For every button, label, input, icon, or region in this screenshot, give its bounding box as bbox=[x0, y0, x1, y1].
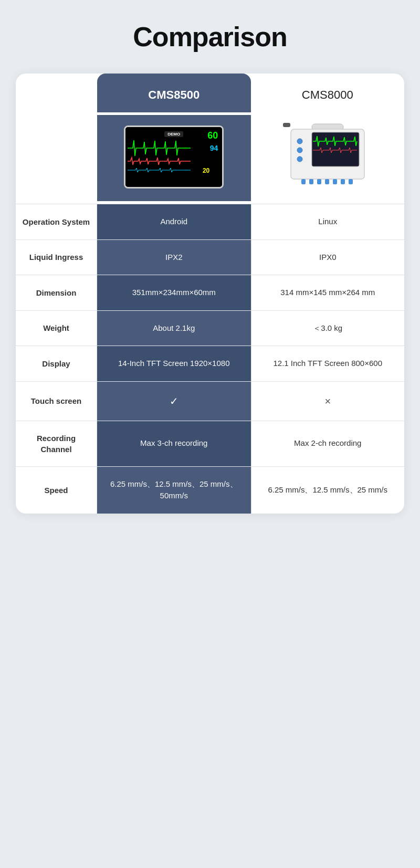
table-row: Touch screen ✓ × bbox=[16, 381, 404, 421]
row-label-recording-channel: Recording Channel bbox=[16, 421, 97, 466]
cell-cms8500-dimension: 351mm×234mm×60mm bbox=[97, 275, 251, 310]
cms8000-device-svg bbox=[283, 123, 372, 191]
cell-cms8000-operation-system: Linux bbox=[251, 204, 405, 239]
svg-rect-13 bbox=[349, 179, 353, 184]
cell-cms8500-speed: 6.25 mm/s、12.5 mm/s、25 mm/s、50mm/s bbox=[97, 467, 251, 514]
comparison-table: CMS8500 CMS8000 DEMO bbox=[16, 74, 404, 514]
page-title: Comparison bbox=[133, 21, 287, 53]
table-row: Operation System Android Linux bbox=[16, 204, 404, 239]
check-icon: ✓ bbox=[170, 393, 178, 409]
header-cms8000: CMS8000 bbox=[251, 74, 405, 112]
cell-cms8500-recording-channel: Max 3-ch recording bbox=[97, 421, 251, 466]
cell-cms8500-display: 14-Inch TFT Screen 1920×1080 bbox=[97, 346, 251, 381]
cell-cms8500-operation-system: Android bbox=[97, 204, 251, 239]
row-label-weight: Weight bbox=[16, 311, 97, 346]
image-row: DEMO 60 94 20 bbox=[16, 112, 404, 204]
num-94: 94 bbox=[210, 144, 218, 152]
cell-cms8000-dimension: 314 mm×145 mm×264 mm bbox=[251, 275, 405, 310]
cell-cms8000-liquid-ingress: IPX0 bbox=[251, 240, 405, 275]
svg-rect-9 bbox=[317, 179, 321, 184]
row-label-touch-screen: Touch screen bbox=[16, 382, 97, 421]
svg-rect-10 bbox=[325, 179, 329, 184]
cell-cms8000-weight: ＜3.0 kg bbox=[251, 311, 405, 346]
table-row: Speed 6.25 mm/s、12.5 mm/s、25 mm/s、50mm/s… bbox=[16, 466, 404, 514]
num-20: 20 bbox=[203, 167, 209, 174]
table-row: Display 14-Inch TFT Screen 1920×1080 12.… bbox=[16, 346, 404, 381]
table-row: Recording Channel Max 3-ch recording Max… bbox=[16, 421, 404, 466]
svg-rect-6 bbox=[283, 123, 290, 127]
cms8500-image-cell: DEMO 60 94 20 bbox=[97, 115, 251, 201]
row-label-liquid-ingress: Liquid Ingress bbox=[16, 240, 97, 275]
waveform-svg bbox=[128, 138, 191, 180]
svg-rect-2 bbox=[312, 132, 359, 166]
cms8000-image-cell bbox=[251, 112, 405, 204]
svg-rect-8 bbox=[309, 179, 313, 184]
row-label-speed: Speed bbox=[16, 467, 97, 514]
header-cms8500: CMS8500 bbox=[97, 74, 251, 112]
row-label-dimension: Dimension bbox=[16, 275, 97, 310]
cell-cms8000-display: 12.1 Inch TFT Screen 800×600 bbox=[251, 346, 405, 381]
cell-cms8500-touch-screen: ✓ bbox=[97, 382, 251, 421]
svg-point-5 bbox=[297, 156, 302, 162]
cms8500-device-image: DEMO 60 94 20 bbox=[124, 126, 224, 189]
demo-label: DEMO bbox=[164, 131, 183, 137]
table-row: Weight About 2.1kg ＜3.0 kg bbox=[16, 310, 404, 346]
svg-rect-12 bbox=[341, 179, 345, 184]
cell-cms8000-recording-channel: Max 2-ch recording bbox=[251, 421, 405, 466]
cell-cms8500-weight: About 2.1kg bbox=[97, 311, 251, 346]
row-label-display: Display bbox=[16, 346, 97, 381]
header-spacer bbox=[16, 74, 97, 112]
table-header: CMS8500 CMS8000 bbox=[16, 74, 404, 112]
num-60: 60 bbox=[207, 130, 218, 141]
svg-rect-11 bbox=[333, 179, 337, 184]
cell-cms8000-speed: 6.25 mm/s、12.5 mm/s、25 mm/s bbox=[251, 467, 405, 514]
svg-point-4 bbox=[297, 148, 302, 153]
table-row: Dimension 351mm×234mm×60mm 314 mm×145 mm… bbox=[16, 275, 404, 310]
table-row: Liquid Ingress IPX2 IPX0 bbox=[16, 239, 404, 275]
svg-point-3 bbox=[297, 139, 302, 144]
row-label-operation-system: Operation System bbox=[16, 204, 97, 239]
cross-icon: × bbox=[324, 393, 331, 409]
cell-cms8500-liquid-ingress: IPX2 bbox=[97, 240, 251, 275]
cell-cms8000-touch-screen: × bbox=[251, 382, 405, 421]
svg-rect-7 bbox=[301, 179, 306, 184]
